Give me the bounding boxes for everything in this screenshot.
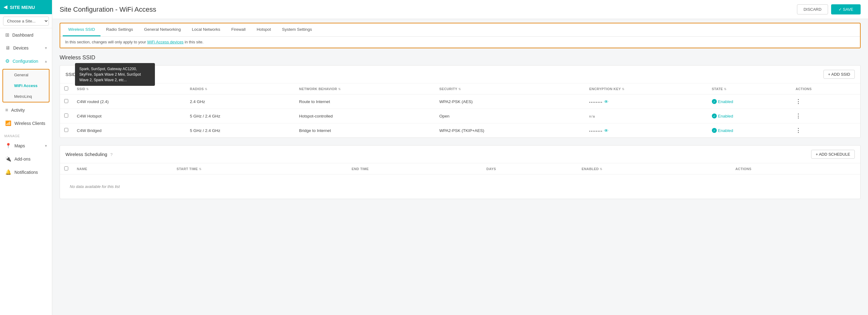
devices-icon: 🖥 (5, 45, 10, 51)
help-icon[interactable]: ? (110, 152, 113, 157)
discard-button[interactable]: DISCARD (797, 4, 828, 15)
tab-radio-settings[interactable]: Radio Settings (100, 23, 138, 36)
notifications-icon: 🔔 (5, 169, 11, 175)
table-row: C4W routed (2.4) 2.4 GHz Route to Intern… (60, 94, 860, 109)
add-ssid-button[interactable]: + ADD SSID (824, 70, 855, 79)
configuration-sub-nav: General WiFi Access MetroLinq (2, 69, 50, 103)
ssid-table: SSID RADIOS NETWORK BEHAVIOR SECURITY EN… (60, 83, 860, 138)
add-schedule-button[interactable]: + ADD SCHEDULE (811, 150, 855, 159)
site-menu-label: SITE MENU (10, 5, 35, 10)
cell-network-behavior-1: Route to Internet (295, 94, 435, 109)
cell-state-3: Enabled (708, 123, 792, 138)
sidebar-item-activity[interactable]: ≡ Activity (0, 104, 52, 117)
wireless-clients-icon: 📶 (5, 120, 11, 126)
scheduling-table: NAME START TIME END TIME DAYS ENABLED AC… (60, 163, 860, 199)
table-row: C4W Hotspot 5 GHz / 2.4 GHz Hotspot-cont… (60, 109, 860, 123)
col-start-time[interactable]: START TIME (173, 163, 347, 174)
back-arrow-icon: ◀ (4, 4, 7, 10)
wifi-access-label: WiFi Access (14, 83, 37, 88)
main-content: Site Configuration - WiFi Access DISCARD… (52, 0, 868, 315)
tooltip-wrapper: Wireless SSID Spark, SunSpot, Gateway AC… (60, 54, 95, 61)
sidebar-item-general[interactable]: General (3, 69, 49, 80)
addons-icon: 🔌 (5, 156, 11, 162)
save-button[interactable]: ✓ SAVE (831, 4, 861, 15)
cell-ssid-1: C4W routed (2.4) (72, 94, 186, 109)
cell-encryption-2: n/a (585, 109, 708, 123)
general-label: General (14, 73, 28, 77)
site-selector-container: Choose a Site... (0, 14, 52, 28)
topbar: Site Configuration - WiFi Access DISCARD… (52, 0, 868, 19)
cell-radios-3: 5 GHz / 2.4 GHz (186, 123, 295, 138)
tooltip-box: Spark, SunSpot, Gateway AC1200, SkyFire,… (75, 63, 155, 86)
sidebar-item-label: Activity (11, 108, 25, 113)
wireless-scheduling-card: Wireless Scheduling ? + ADD SCHEDULE NAM… (60, 145, 861, 199)
cell-security-3: WPA2-PSK (TKIP+AES) (435, 123, 585, 138)
row-checkbox-3[interactable] (64, 128, 68, 132)
row-checkbox-1[interactable] (64, 99, 68, 103)
sidebar-item-wifi-access[interactable]: WiFi Access (3, 80, 49, 91)
ssid-list-card: SSID List + ADD SSID SSID RADIOS NETWORK… (60, 65, 861, 138)
sidebar-item-notifications[interactable]: 🔔 Notifications (0, 166, 52, 179)
row-checkbox-2[interactable] (64, 114, 68, 117)
configuration-icon: ⚙ (5, 58, 9, 64)
cell-network-behavior-3: Bridge to Internet (295, 123, 435, 138)
maps-icon: 📍 (5, 143, 11, 149)
cell-radios-2: 5 GHz / 2.4 GHz (186, 109, 295, 123)
sidebar-item-metrolinq[interactable]: MetroLinq (3, 91, 49, 102)
page-title: Site Configuration - WiFi Access (60, 5, 156, 13)
wireless-ssid-heading: Wireless SSID Spark, SunSpot, Gateway AC… (60, 48, 861, 65)
col-schedule-name: NAME (72, 163, 173, 174)
sidebar-item-maps[interactable]: 📍 Maps ▼ (0, 139, 52, 152)
select-all-checkbox[interactable] (64, 86, 68, 90)
site-select-dropdown[interactable]: Choose a Site... (3, 17, 49, 26)
col-radios[interactable]: RADIOS (186, 83, 295, 94)
content-area: Wireless SSID Spark, SunSpot, Gateway AC… (52, 48, 868, 315)
col-encryption-key[interactable]: ENCRYPTION KEY (585, 83, 708, 94)
wifi-access-devices-link[interactable]: WiFi Access devices (147, 40, 184, 44)
table-row: C4W Bridged 5 GHz / 2.4 GHz Bridge to In… (60, 123, 860, 138)
sidebar-item-configuration[interactable]: ⚙ Configuration ▲ (0, 54, 52, 68)
col-network-behavior[interactable]: NETWORK BEHAVIOR (295, 83, 435, 94)
row-actions-menu-2[interactable]: ⋮ (796, 113, 801, 119)
show-password-icon[interactable]: 👁 (604, 99, 609, 104)
tab-wireless-ssid[interactable]: Wireless SSID (63, 23, 100, 36)
manage-section-label: Manage (0, 130, 52, 139)
tabs-row: Wireless SSID Radio Settings General Net… (60, 23, 860, 37)
cell-actions-2: ⋮ (791, 109, 860, 123)
chevron-down-icon: ▼ (44, 144, 48, 148)
cell-radios-1: 2.4 GHz (186, 94, 295, 109)
row-actions-menu-1[interactable]: ⋮ (796, 98, 801, 105)
chevron-down-icon: ▼ (44, 46, 48, 50)
cell-encryption-1: •••••••• 👁 (585, 94, 708, 109)
dashboard-icon: ⊞ (5, 32, 9, 38)
cell-ssid-3: C4W Bridged (72, 123, 186, 138)
activity-icon: ≡ (5, 107, 8, 113)
col-schedule-actions: ACTIONS (731, 163, 861, 174)
col-end-time: END TIME (347, 163, 482, 174)
tab-local-networks[interactable]: Local Networks (186, 23, 226, 36)
show-password-icon[interactable]: 👁 (604, 128, 609, 133)
sidebar-item-label: Dashboard (12, 33, 33, 37)
tab-firewall[interactable]: Firewall (226, 23, 251, 36)
sidebar-item-dashboard[interactable]: ⊞ Dashboard (0, 28, 52, 41)
wireless-scheduling-header: Wireless Scheduling ? + ADD SCHEDULE (60, 145, 860, 163)
tab-general-networking[interactable]: General Networking (138, 23, 186, 36)
select-all-schedule-checkbox[interactable] (64, 166, 68, 170)
site-menu-header[interactable]: ◀ SITE MENU (0, 0, 52, 14)
cell-ssid-2: C4W Hotspot (72, 109, 186, 123)
col-enabled[interactable]: ENABLED (577, 163, 731, 174)
cell-network-behavior-2: Hotspot-controlled (295, 109, 435, 123)
chevron-up-icon: ▲ (44, 59, 48, 63)
col-state[interactable]: STATE (708, 83, 792, 94)
sidebar-item-addons[interactable]: 🔌 Add-ons (0, 152, 52, 166)
cell-security-2: Open (435, 109, 585, 123)
tabs-container: Wireless SSID Radio Settings General Net… (60, 23, 861, 48)
row-actions-menu-3[interactable]: ⋮ (796, 127, 801, 134)
col-security[interactable]: SECURITY (435, 83, 585, 94)
sidebar-item-devices[interactable]: 🖥 Devices ▼ (0, 41, 52, 54)
sidebar-item-label: Notifications (14, 170, 38, 175)
wireless-ssid-title: Wireless SSID (60, 54, 95, 61)
tab-system-settings[interactable]: System Settings (276, 23, 317, 36)
sidebar-item-wireless-clients[interactable]: 📶 Wireless Clients (0, 117, 52, 130)
tab-hotspot[interactable]: Hotspot (251, 23, 277, 36)
